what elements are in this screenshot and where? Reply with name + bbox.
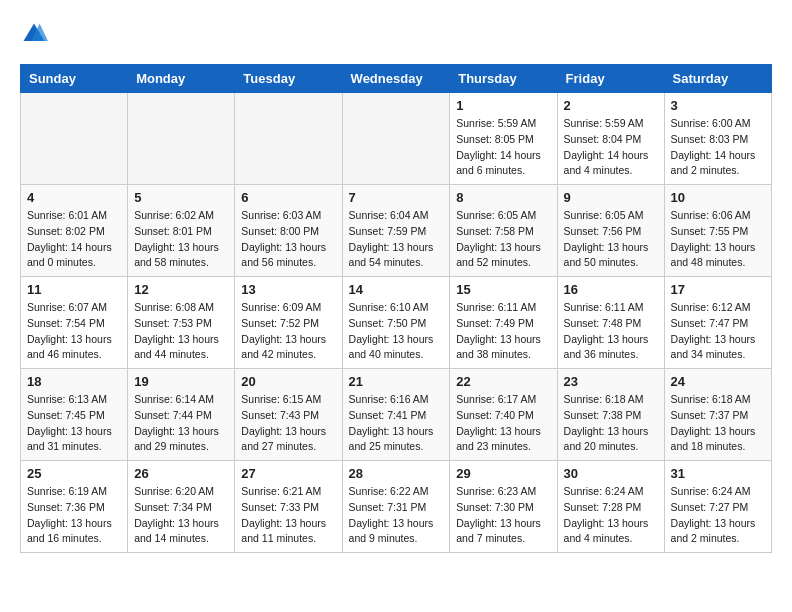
day-number: 24 (671, 374, 765, 389)
calendar-cell: 31Sunrise: 6:24 AMSunset: 7:27 PMDayligh… (664, 461, 771, 553)
calendar-cell: 29Sunrise: 6:23 AMSunset: 7:30 PMDayligh… (450, 461, 557, 553)
day-header-tuesday: Tuesday (235, 65, 342, 93)
calendar-cell: 19Sunrise: 6:14 AMSunset: 7:44 PMDayligh… (128, 369, 235, 461)
cell-content: Sunrise: 6:12 AMSunset: 7:47 PMDaylight:… (671, 300, 765, 363)
cell-content: Sunrise: 6:11 AMSunset: 7:48 PMDaylight:… (564, 300, 658, 363)
logo (20, 20, 52, 48)
day-header-sunday: Sunday (21, 65, 128, 93)
day-number: 23 (564, 374, 658, 389)
day-number: 22 (456, 374, 550, 389)
day-number: 5 (134, 190, 228, 205)
calendar-cell: 2Sunrise: 5:59 AMSunset: 8:04 PMDaylight… (557, 93, 664, 185)
day-number: 29 (456, 466, 550, 481)
page-header (20, 20, 772, 48)
day-number: 28 (349, 466, 444, 481)
cell-content: Sunrise: 6:08 AMSunset: 7:53 PMDaylight:… (134, 300, 228, 363)
calendar-cell: 21Sunrise: 6:16 AMSunset: 7:41 PMDayligh… (342, 369, 450, 461)
day-number: 2 (564, 98, 658, 113)
cell-content: Sunrise: 6:24 AMSunset: 7:28 PMDaylight:… (564, 484, 658, 547)
day-header-thursday: Thursday (450, 65, 557, 93)
calendar-cell: 25Sunrise: 6:19 AMSunset: 7:36 PMDayligh… (21, 461, 128, 553)
cell-content: Sunrise: 6:05 AMSunset: 7:58 PMDaylight:… (456, 208, 550, 271)
cell-content: Sunrise: 6:23 AMSunset: 7:30 PMDaylight:… (456, 484, 550, 547)
day-number: 1 (456, 98, 550, 113)
calendar-cell: 24Sunrise: 6:18 AMSunset: 7:37 PMDayligh… (664, 369, 771, 461)
logo-icon (20, 20, 48, 48)
cell-content: Sunrise: 6:20 AMSunset: 7:34 PMDaylight:… (134, 484, 228, 547)
cell-content: Sunrise: 6:18 AMSunset: 7:38 PMDaylight:… (564, 392, 658, 455)
day-number: 20 (241, 374, 335, 389)
calendar-cell: 9Sunrise: 6:05 AMSunset: 7:56 PMDaylight… (557, 185, 664, 277)
cell-content: Sunrise: 6:18 AMSunset: 7:37 PMDaylight:… (671, 392, 765, 455)
calendar-cell: 10Sunrise: 6:06 AMSunset: 7:55 PMDayligh… (664, 185, 771, 277)
day-number: 21 (349, 374, 444, 389)
day-header-friday: Friday (557, 65, 664, 93)
day-number: 11 (27, 282, 121, 297)
cell-content: Sunrise: 6:22 AMSunset: 7:31 PMDaylight:… (349, 484, 444, 547)
cell-content: Sunrise: 6:11 AMSunset: 7:49 PMDaylight:… (456, 300, 550, 363)
calendar-cell: 5Sunrise: 6:02 AMSunset: 8:01 PMDaylight… (128, 185, 235, 277)
day-number: 17 (671, 282, 765, 297)
calendar-cell: 27Sunrise: 6:21 AMSunset: 7:33 PMDayligh… (235, 461, 342, 553)
calendar-cell: 13Sunrise: 6:09 AMSunset: 7:52 PMDayligh… (235, 277, 342, 369)
calendar-week-row: 18Sunrise: 6:13 AMSunset: 7:45 PMDayligh… (21, 369, 772, 461)
calendar-cell: 18Sunrise: 6:13 AMSunset: 7:45 PMDayligh… (21, 369, 128, 461)
day-header-monday: Monday (128, 65, 235, 93)
day-number: 7 (349, 190, 444, 205)
cell-content: Sunrise: 6:17 AMSunset: 7:40 PMDaylight:… (456, 392, 550, 455)
day-number: 31 (671, 466, 765, 481)
day-number: 13 (241, 282, 335, 297)
cell-content: Sunrise: 6:09 AMSunset: 7:52 PMDaylight:… (241, 300, 335, 363)
day-number: 9 (564, 190, 658, 205)
day-number: 15 (456, 282, 550, 297)
calendar-cell: 30Sunrise: 6:24 AMSunset: 7:28 PMDayligh… (557, 461, 664, 553)
day-number: 19 (134, 374, 228, 389)
cell-content: Sunrise: 5:59 AMSunset: 8:04 PMDaylight:… (564, 116, 658, 179)
day-header-saturday: Saturday (664, 65, 771, 93)
calendar-cell: 3Sunrise: 6:00 AMSunset: 8:03 PMDaylight… (664, 93, 771, 185)
calendar-cell: 6Sunrise: 6:03 AMSunset: 8:00 PMDaylight… (235, 185, 342, 277)
day-number: 27 (241, 466, 335, 481)
cell-content: Sunrise: 6:03 AMSunset: 8:00 PMDaylight:… (241, 208, 335, 271)
cell-content: Sunrise: 6:19 AMSunset: 7:36 PMDaylight:… (27, 484, 121, 547)
calendar-week-row: 1Sunrise: 5:59 AMSunset: 8:05 PMDaylight… (21, 93, 772, 185)
cell-content: Sunrise: 6:10 AMSunset: 7:50 PMDaylight:… (349, 300, 444, 363)
calendar-cell (342, 93, 450, 185)
day-number: 26 (134, 466, 228, 481)
calendar-cell: 20Sunrise: 6:15 AMSunset: 7:43 PMDayligh… (235, 369, 342, 461)
day-number: 16 (564, 282, 658, 297)
day-number: 3 (671, 98, 765, 113)
calendar-week-row: 25Sunrise: 6:19 AMSunset: 7:36 PMDayligh… (21, 461, 772, 553)
cell-content: Sunrise: 6:21 AMSunset: 7:33 PMDaylight:… (241, 484, 335, 547)
calendar-cell (235, 93, 342, 185)
calendar-cell: 12Sunrise: 6:08 AMSunset: 7:53 PMDayligh… (128, 277, 235, 369)
calendar-table: SundayMondayTuesdayWednesdayThursdayFrid… (20, 64, 772, 553)
cell-content: Sunrise: 6:04 AMSunset: 7:59 PMDaylight:… (349, 208, 444, 271)
calendar-cell: 1Sunrise: 5:59 AMSunset: 8:05 PMDaylight… (450, 93, 557, 185)
calendar-cell: 17Sunrise: 6:12 AMSunset: 7:47 PMDayligh… (664, 277, 771, 369)
cell-content: Sunrise: 6:24 AMSunset: 7:27 PMDaylight:… (671, 484, 765, 547)
cell-content: Sunrise: 6:07 AMSunset: 7:54 PMDaylight:… (27, 300, 121, 363)
cell-content: Sunrise: 6:06 AMSunset: 7:55 PMDaylight:… (671, 208, 765, 271)
calendar-header-row: SundayMondayTuesdayWednesdayThursdayFrid… (21, 65, 772, 93)
calendar-cell: 26Sunrise: 6:20 AMSunset: 7:34 PMDayligh… (128, 461, 235, 553)
cell-content: Sunrise: 6:15 AMSunset: 7:43 PMDaylight:… (241, 392, 335, 455)
day-number: 4 (27, 190, 121, 205)
cell-content: Sunrise: 6:01 AMSunset: 8:02 PMDaylight:… (27, 208, 121, 271)
cell-content: Sunrise: 6:14 AMSunset: 7:44 PMDaylight:… (134, 392, 228, 455)
day-number: 18 (27, 374, 121, 389)
calendar-cell: 23Sunrise: 6:18 AMSunset: 7:38 PMDayligh… (557, 369, 664, 461)
calendar-cell: 16Sunrise: 6:11 AMSunset: 7:48 PMDayligh… (557, 277, 664, 369)
calendar-cell: 15Sunrise: 6:11 AMSunset: 7:49 PMDayligh… (450, 277, 557, 369)
day-number: 14 (349, 282, 444, 297)
calendar-cell (128, 93, 235, 185)
day-number: 30 (564, 466, 658, 481)
day-number: 25 (27, 466, 121, 481)
cell-content: Sunrise: 6:13 AMSunset: 7:45 PMDaylight:… (27, 392, 121, 455)
calendar-cell: 14Sunrise: 6:10 AMSunset: 7:50 PMDayligh… (342, 277, 450, 369)
cell-content: Sunrise: 6:00 AMSunset: 8:03 PMDaylight:… (671, 116, 765, 179)
cell-content: Sunrise: 6:05 AMSunset: 7:56 PMDaylight:… (564, 208, 658, 271)
calendar-week-row: 11Sunrise: 6:07 AMSunset: 7:54 PMDayligh… (21, 277, 772, 369)
calendar-cell: 11Sunrise: 6:07 AMSunset: 7:54 PMDayligh… (21, 277, 128, 369)
day-number: 10 (671, 190, 765, 205)
